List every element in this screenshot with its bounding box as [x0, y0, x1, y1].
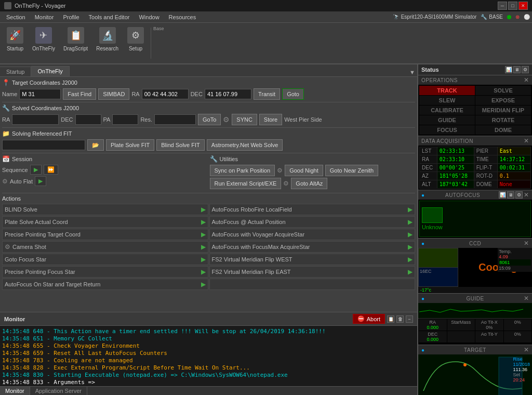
- target-widget-close[interactable]: ✕: [524, 346, 529, 353]
- solved-gear-icon[interactable]: ⚙: [223, 115, 230, 124]
- toolbar-research[interactable]: 🔬 Research: [92, 25, 123, 54]
- maximize-button[interactable]: □: [508, 2, 517, 10]
- sequence-ff-button[interactable]: ⏩: [44, 165, 58, 175]
- guide-pct: 0%: [504, 319, 532, 331]
- af-return-play[interactable]: ▶: [201, 281, 206, 288]
- menu-window[interactable]: Window: [135, 13, 163, 21]
- monitor-log[interactable]: 14:35:48 648 - This Action have a timer …: [0, 326, 417, 386]
- monitor-tab-monitor[interactable]: Monitor: [0, 387, 30, 395]
- sync-park-button[interactable]: Sync on Park Position: [210, 165, 275, 176]
- transit-button[interactable]: Transit: [254, 88, 280, 100]
- window-controls[interactable]: ─ □ ✕: [498, 2, 528, 10]
- divider-3: [2, 153, 415, 153]
- sequence-play-button[interactable]: ▶: [30, 165, 42, 175]
- menu-section[interactable]: Section: [2, 13, 30, 21]
- status-btn-2[interactable]: 🖥: [513, 66, 521, 73]
- sync-button[interactable]: SYNC: [232, 114, 257, 125]
- autoflat-play-button[interactable]: ▶: [35, 176, 46, 186]
- toolbar-startup[interactable]: 🚀 Startup: [2, 25, 28, 54]
- camera-gear-icon[interactable]: ⚙: [5, 243, 10, 251]
- goto-altaz-button[interactable]: Goto AltAz: [291, 178, 327, 189]
- af-btn-3[interactable]: ⚙: [515, 191, 523, 199]
- precise-focus-play[interactable]: ▶: [201, 268, 206, 275]
- menu-monitor[interactable]: Monitor: [31, 13, 58, 21]
- monitor-copy-button[interactable]: 📋: [387, 315, 394, 323]
- ccd-close[interactable]: ✕: [524, 240, 529, 247]
- stop-button[interactable]: ⊗: [515, 14, 520, 20]
- target-header: 📍 Target Coordinates J2000: [2, 79, 415, 86]
- solved-pa-input[interactable]: [112, 114, 138, 125]
- af-content: Unknow: [422, 207, 443, 230]
- blind-solve-button[interactable]: Blind Solve FIT: [156, 139, 205, 151]
- guide-close[interactable]: ✕: [524, 295, 529, 302]
- toolbar-dragscript[interactable]: 📋 DragScript: [59, 25, 92, 54]
- status-btn-3[interactable]: ⚙: [522, 66, 529, 73]
- close-button[interactable]: ✕: [518, 2, 528, 10]
- ccd-set-val: 8061: [499, 259, 531, 266]
- data-acquisition-close[interactable]: ✕: [524, 137, 529, 144]
- data-label-flipt: FLIP-T: [474, 164, 497, 172]
- target-widget-title: TARGET: [464, 347, 486, 353]
- tab-onthefly[interactable]: OnTheFly: [31, 66, 69, 76]
- solved-section: 🔧 Solved Coordinates J2000 RA DEC PA Res…: [2, 104, 415, 125]
- af-btn-2[interactable]: 🖥: [507, 191, 514, 199]
- ra-input[interactable]: [142, 89, 189, 99]
- astrometry-button[interactable]: Astrometry.Net Web Solve: [207, 139, 283, 151]
- tab-startup[interactable]: Startup: [0, 67, 31, 76]
- solved-ra-input[interactable]: [12, 114, 59, 125]
- goto-button[interactable]: Goto: [282, 88, 304, 100]
- goto-zenith-button[interactable]: Goto Near Zenith: [325, 165, 378, 176]
- browse-button[interactable]: 📂: [87, 139, 104, 151]
- plate-solve-button[interactable]: Plate Solve FIT: [106, 139, 154, 151]
- solved-res-input[interactable]: [154, 114, 196, 125]
- dec-input[interactable]: [205, 89, 251, 99]
- target-name-input[interactable]: [19, 89, 61, 99]
- toolbar-onthefly[interactable]: ✈ OnTheFly: [28, 25, 59, 54]
- toolbar-setup[interactable]: ⚙ Setup: [123, 25, 149, 54]
- setup-label: Setup: [129, 46, 142, 51]
- tab-scroll[interactable]: ▼: [407, 68, 417, 76]
- tab-bar: Startup OnTheFly ▼: [0, 64, 417, 77]
- monitor-clear-button[interactable]: 🗑: [396, 315, 404, 323]
- af-btn-1[interactable]: 📊: [499, 191, 506, 199]
- minimize-button[interactable]: ─: [498, 2, 507, 10]
- monitor-tab-appserver[interactable]: Application Server: [30, 387, 87, 395]
- camera-shot-play[interactable]: ▶: [201, 243, 206, 251]
- simbad-button[interactable]: SIMBAD: [98, 88, 129, 100]
- monitor-minimize-button[interactable]: −: [406, 315, 413, 323]
- operations-close[interactable]: ✕: [524, 76, 529, 84]
- store-button[interactable]: Store: [259, 114, 282, 125]
- af-voyager-play[interactable]: ▶: [408, 231, 413, 238]
- goto-focus-play[interactable]: ▶: [201, 256, 206, 263]
- fs2-east-play[interactable]: ▶: [408, 268, 413, 275]
- log-line-3: 14:35:48 655 - Check Voyager Environment: [2, 343, 415, 349]
- fit-path-input[interactable]: [2, 140, 85, 150]
- plate-solve-play[interactable]: ▶: [201, 218, 206, 226]
- status-btn-1[interactable]: 📊: [505, 66, 512, 73]
- solved-goto-button[interactable]: GoTo: [198, 114, 221, 125]
- gear-icon-3[interactable]: ⚙: [277, 167, 283, 174]
- menu-profile[interactable]: Profile: [59, 13, 83, 21]
- main-layout: Startup OnTheFly ▼ 📍 Target Coordinates …: [0, 64, 532, 395]
- menu-resources[interactable]: Resources: [165, 13, 201, 21]
- gear-icon-4[interactable]: ⚙: [283, 180, 289, 187]
- run-script-button[interactable]: Run External Script/EXE: [210, 178, 282, 189]
- af-focusmax-play[interactable]: ▶: [408, 243, 413, 251]
- af-robofire-play[interactable]: ▶: [408, 206, 413, 213]
- fs2-west-play[interactable]: ▶: [408, 256, 413, 263]
- gear-icon-2[interactable]: ⚙: [2, 178, 8, 185]
- fast-find-button[interactable]: Fast Find: [63, 88, 96, 100]
- log-line-1: 14:35:48 648 - This Action have a timer …: [2, 328, 415, 335]
- menu-tools[interactable]: Tools and Editor: [85, 13, 134, 21]
- good-night-button[interactable]: Good Night: [285, 165, 323, 176]
- base-label: BASE: [489, 14, 503, 20]
- ops-dome: DOME: [475, 125, 531, 135]
- solved-dec-input[interactable]: [75, 114, 101, 125]
- af-actual-play[interactable]: ▶: [408, 218, 413, 226]
- settings-button[interactable]: ⚪: [524, 14, 530, 20]
- blind-solve-play[interactable]: ▶: [201, 206, 206, 213]
- autoflat-label: Auto Flat: [10, 178, 33, 185]
- precise-target-play[interactable]: ▶: [201, 231, 206, 238]
- abort-button[interactable]: ⛔ Abort: [353, 314, 385, 324]
- af-close[interactable]: ✕: [524, 191, 529, 199]
